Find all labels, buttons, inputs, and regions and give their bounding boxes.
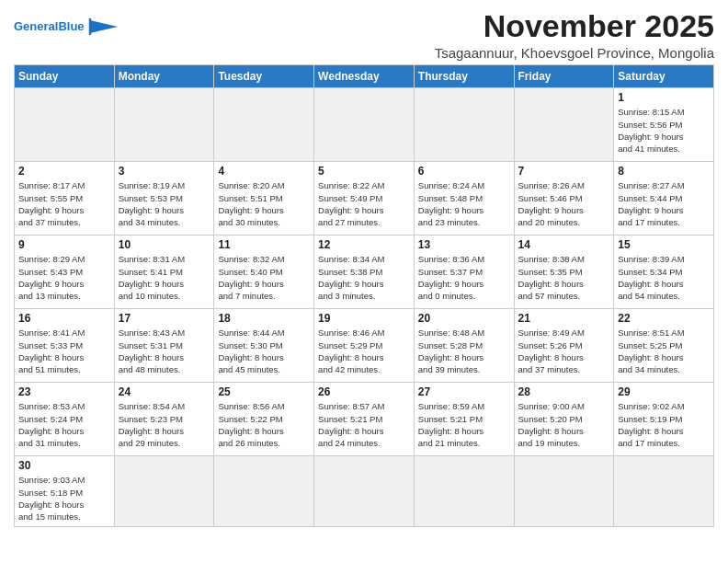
calendar-day-cell	[314, 456, 415, 526]
day-number: 17	[119, 312, 210, 325]
day-info: Sunrise: 8:49 AM Sunset: 5:26 PM Dayligh…	[518, 327, 610, 375]
day-number: 25	[218, 385, 310, 398]
day-number: 9	[18, 238, 110, 251]
calendar-week-row: 16Sunrise: 8:41 AM Sunset: 5:33 PM Dayli…	[15, 309, 714, 383]
calendar-day-cell	[514, 456, 614, 526]
day-info: Sunrise: 8:41 AM Sunset: 5:33 PM Dayligh…	[18, 327, 110, 375]
calendar-body: 1Sunrise: 8:15 AM Sunset: 5:56 PM Daylig…	[15, 88, 714, 526]
day-info: Sunrise: 8:53 AM Sunset: 5:24 PM Dayligh…	[18, 400, 110, 449]
day-number: 5	[318, 165, 410, 178]
calendar-day-cell: 25Sunrise: 8:56 AM Sunset: 5:22 PM Dayli…	[214, 383, 314, 456]
calendar-week-row: 2Sunrise: 8:17 AM Sunset: 5:55 PM Daylig…	[15, 162, 714, 236]
calendar-day-cell: 10Sunrise: 8:31 AM Sunset: 5:41 PM Dayli…	[114, 236, 214, 309]
day-number: 10	[119, 238, 210, 251]
day-number: 7	[518, 165, 610, 178]
weekday-header: Sunday	[15, 65, 115, 88]
weekday-header: Monday	[114, 65, 214, 88]
weekday-header: Tuesday	[214, 65, 314, 88]
calendar-day-cell: 1Sunrise: 8:15 AM Sunset: 5:56 PM Daylig…	[614, 88, 714, 162]
calendar-day-cell	[214, 456, 314, 526]
calendar-day-cell	[314, 88, 415, 162]
weekday-header: Saturday	[614, 65, 714, 88]
day-number: 6	[418, 165, 510, 178]
calendar-day-cell: 4Sunrise: 8:20 AM Sunset: 5:51 PM Daylig…	[214, 162, 314, 236]
calendar-day-cell: 22Sunrise: 8:51 AM Sunset: 5:25 PM Dayli…	[614, 309, 714, 383]
day-info: Sunrise: 8:38 AM Sunset: 5:35 PM Dayligh…	[518, 253, 610, 302]
logo: GeneralBlue	[14, 9, 119, 37]
day-info: Sunrise: 8:48 AM Sunset: 5:28 PM Dayligh…	[418, 327, 510, 375]
day-number: 8	[618, 165, 710, 178]
calendar-day-cell: 16Sunrise: 8:41 AM Sunset: 5:33 PM Dayli…	[15, 309, 115, 383]
calendar-day-cell: 20Sunrise: 8:48 AM Sunset: 5:28 PM Dayli…	[414, 309, 514, 383]
day-number: 27	[418, 385, 510, 398]
title-block: November 2025 Tsagaannuur, Khoevsgoel Pr…	[435, 9, 714, 61]
day-info: Sunrise: 8:19 AM Sunset: 5:53 PM Dayligh…	[119, 179, 210, 228]
day-info: Sunrise: 8:27 AM Sunset: 5:44 PM Dayligh…	[618, 179, 710, 228]
calendar-header: SundayMondayTuesdayWednesdayThursdayFrid…	[15, 65, 714, 88]
calendar-week-row: 1Sunrise: 8:15 AM Sunset: 5:56 PM Daylig…	[15, 88, 714, 162]
day-info: Sunrise: 9:00 AM Sunset: 5:20 PM Dayligh…	[518, 400, 610, 449]
day-info: Sunrise: 8:44 AM Sunset: 5:30 PM Dayligh…	[218, 327, 310, 375]
day-number: 4	[218, 165, 310, 178]
calendar-day-cell: 13Sunrise: 8:36 AM Sunset: 5:37 PM Dayli…	[414, 236, 514, 309]
day-info: Sunrise: 8:31 AM Sunset: 5:41 PM Dayligh…	[119, 253, 210, 302]
calendar-week-row: 9Sunrise: 8:29 AM Sunset: 5:43 PM Daylig…	[15, 236, 714, 309]
day-info: Sunrise: 8:32 AM Sunset: 5:40 PM Dayligh…	[218, 253, 310, 302]
weekday-header: Thursday	[414, 65, 514, 88]
day-info: Sunrise: 8:15 AM Sunset: 5:56 PM Dayligh…	[618, 106, 710, 155]
calendar-table: SundayMondayTuesdayWednesdayThursdayFrid…	[14, 64, 714, 526]
weekday-header: Friday	[514, 65, 614, 88]
day-info: Sunrise: 9:02 AM Sunset: 5:19 PM Dayligh…	[618, 400, 710, 449]
calendar-week-row: 23Sunrise: 8:53 AM Sunset: 5:24 PM Dayli…	[15, 383, 714, 456]
calendar-day-cell: 9Sunrise: 8:29 AM Sunset: 5:43 PM Daylig…	[15, 236, 115, 309]
day-info: Sunrise: 8:57 AM Sunset: 5:21 PM Dayligh…	[318, 400, 410, 449]
calendar-day-cell	[414, 456, 514, 526]
calendar-day-cell: 12Sunrise: 8:34 AM Sunset: 5:38 PM Dayli…	[314, 236, 415, 309]
day-number: 21	[518, 312, 610, 325]
calendar-day-cell	[514, 88, 614, 162]
calendar-day-cell: 27Sunrise: 8:59 AM Sunset: 5:21 PM Dayli…	[414, 383, 514, 456]
calendar-day-cell	[614, 456, 714, 526]
day-number: 12	[318, 238, 410, 251]
day-number: 20	[418, 312, 510, 325]
calendar-day-cell	[15, 88, 115, 162]
calendar-day-cell	[114, 456, 214, 526]
calendar-day-cell: 8Sunrise: 8:27 AM Sunset: 5:44 PM Daylig…	[614, 162, 714, 236]
day-number: 15	[618, 238, 710, 251]
calendar-day-cell: 28Sunrise: 9:00 AM Sunset: 5:20 PM Dayli…	[514, 383, 614, 456]
calendar-day-cell: 30Sunrise: 9:03 AM Sunset: 5:18 PM Dayli…	[15, 456, 115, 526]
day-info: Sunrise: 8:24 AM Sunset: 5:48 PM Dayligh…	[418, 179, 510, 228]
svg-marker-0	[90, 20, 118, 33]
day-number: 24	[119, 385, 210, 398]
calendar-day-cell: 26Sunrise: 8:57 AM Sunset: 5:21 PM Dayli…	[314, 383, 415, 456]
subtitle: Tsagaannuur, Khoevsgoel Province, Mongol…	[435, 45, 714, 61]
day-number: 19	[318, 312, 410, 325]
day-number: 28	[518, 385, 610, 398]
day-number: 14	[518, 238, 610, 251]
day-number: 11	[218, 238, 310, 251]
calendar-week-row: 30Sunrise: 9:03 AM Sunset: 5:18 PM Dayli…	[15, 456, 714, 526]
calendar-day-cell: 5Sunrise: 8:22 AM Sunset: 5:49 PM Daylig…	[314, 162, 415, 236]
day-number: 16	[18, 312, 110, 325]
day-number: 30	[18, 459, 110, 472]
day-info: Sunrise: 8:20 AM Sunset: 5:51 PM Dayligh…	[218, 179, 310, 228]
day-info: Sunrise: 8:59 AM Sunset: 5:21 PM Dayligh…	[418, 400, 510, 449]
day-number: 26	[318, 385, 410, 398]
day-number: 22	[618, 312, 710, 325]
day-info: Sunrise: 8:36 AM Sunset: 5:37 PM Dayligh…	[418, 253, 510, 302]
calendar-day-cell: 19Sunrise: 8:46 AM Sunset: 5:29 PM Dayli…	[314, 309, 415, 383]
calendar-day-cell: 7Sunrise: 8:26 AM Sunset: 5:46 PM Daylig…	[514, 162, 614, 236]
calendar-day-cell: 23Sunrise: 8:53 AM Sunset: 5:24 PM Dayli…	[15, 383, 115, 456]
day-number: 13	[418, 238, 510, 251]
day-number: 23	[18, 385, 110, 398]
day-number: 3	[119, 165, 210, 178]
day-info: Sunrise: 8:54 AM Sunset: 5:23 PM Dayligh…	[119, 400, 210, 449]
calendar-day-cell: 6Sunrise: 8:24 AM Sunset: 5:48 PM Daylig…	[414, 162, 514, 236]
day-number: 18	[218, 312, 310, 325]
calendar-day-cell: 3Sunrise: 8:19 AM Sunset: 5:53 PM Daylig…	[114, 162, 214, 236]
calendar-day-cell: 11Sunrise: 8:32 AM Sunset: 5:40 PM Dayli…	[214, 236, 314, 309]
calendar-day-cell: 21Sunrise: 8:49 AM Sunset: 5:26 PM Dayli…	[514, 309, 614, 383]
day-info: Sunrise: 8:17 AM Sunset: 5:55 PM Dayligh…	[18, 179, 110, 228]
header: GeneralBlue November 2025 Tsagaannuur, K…	[14, 9, 714, 61]
day-info: Sunrise: 8:43 AM Sunset: 5:31 PM Dayligh…	[119, 327, 210, 375]
